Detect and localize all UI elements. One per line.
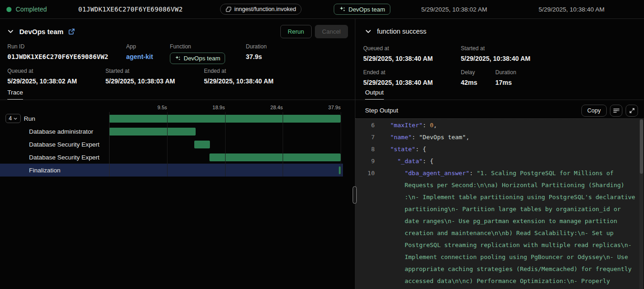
function-badge-top[interactable]: DevOps team bbox=[334, 4, 390, 15]
axis-gridline bbox=[341, 112, 341, 177]
step-title: function success bbox=[377, 28, 426, 35]
step-delay-label: Delay bbox=[461, 69, 477, 76]
code-lines: 6"maxIter": 0,7"name": "DevOps team",8"s… bbox=[355, 119, 639, 289]
external-link-icon[interactable] bbox=[68, 28, 75, 35]
trace-span-bar[interactable] bbox=[209, 153, 341, 161]
axis-gridline bbox=[283, 112, 283, 177]
step-output-code-viewer[interactable]: 6"maxIter": 0,7"name": "DevOps team",8"s… bbox=[355, 118, 644, 289]
trace-row[interactable]: Finalization bbox=[0, 164, 343, 177]
run-metadata-row-1: Run ID 01JWDK1XE6C270F6YE69086VW2 App ag… bbox=[0, 43, 355, 65]
copy-button[interactable]: Copy bbox=[581, 105, 607, 117]
step-details-panel: function success Queued at 5/29/2025, 10… bbox=[355, 19, 644, 289]
status-dot-icon bbox=[6, 7, 12, 12]
collapse-step-chevron-icon[interactable] bbox=[365, 28, 371, 35]
trace-row-label: Run bbox=[24, 115, 35, 122]
collapse-run-chevron-icon[interactable] bbox=[7, 28, 14, 35]
code-line: 6"maxIter": 0, bbox=[355, 119, 639, 131]
code-token: accessed data\n\nc) Performance Optimiza… bbox=[405, 277, 610, 284]
step-metadata-row-1: Queued at 5/29/2025, 10:38:40 AM Started… bbox=[355, 45, 644, 66]
step-duration-value: 17ms bbox=[495, 79, 512, 86]
line-number: 8 bbox=[355, 143, 375, 155]
line-number bbox=[355, 251, 375, 263]
panel-resize-handle[interactable] bbox=[353, 186, 357, 204]
code-token: { bbox=[423, 146, 426, 153]
code-token: "_data" bbox=[397, 158, 423, 165]
trace-row[interactable]: Database Security Expert bbox=[0, 151, 343, 164]
code-token: : bbox=[423, 158, 430, 165]
step-started-at-value: 5/29/2025, 10:38:40 AM bbox=[461, 55, 530, 62]
code-token: appropriate caching strategies (Redis/Me… bbox=[405, 265, 632, 272]
trace-span-bar[interactable] bbox=[109, 128, 196, 136]
code-token: PostgreSQL streaming replication with mu… bbox=[405, 242, 632, 248]
run-status: Completed bbox=[6, 0, 47, 18]
cancel-button[interactable]: Cancel bbox=[315, 25, 348, 38]
run-title: DevOps team bbox=[19, 28, 64, 35]
started-at-label: Started at bbox=[105, 68, 175, 74]
tab-trace[interactable]: Trace bbox=[7, 89, 23, 100]
code-token: partitioning\n- Partition large tables b… bbox=[405, 206, 621, 212]
queued-timestamp-top: 5/29/2025, 10:38:02 AM bbox=[421, 0, 487, 18]
code-scrollbar-thumb[interactable] bbox=[640, 119, 643, 174]
code-token: Requests per Second:\n\na) Horizontal Pa… bbox=[405, 182, 624, 189]
line-number bbox=[355, 239, 375, 251]
rerun-button[interactable]: Rerun bbox=[280, 25, 311, 38]
line-number: 6 bbox=[355, 119, 375, 131]
step-count-dropdown[interactable]: 4 bbox=[6, 114, 21, 123]
code-token: creation and maintenance\n\nb) Read Scal… bbox=[405, 230, 614, 236]
code-token: , bbox=[434, 122, 437, 129]
trace-span-bar[interactable] bbox=[194, 141, 210, 148]
tabs-divider-right bbox=[355, 100, 644, 100]
run-details-panel: DevOps team Rerun Cancel Run ID 01JWDK1X… bbox=[0, 19, 355, 289]
trace-time-axis: 9.5s18.9s28.4s37.9s bbox=[109, 105, 341, 112]
chevron-down-icon bbox=[13, 117, 17, 121]
code-line: date ranges\n- Use pg_partman extension … bbox=[355, 215, 639, 227]
event-icon bbox=[226, 6, 232, 12]
line-number bbox=[355, 275, 375, 287]
code-line: appropriate caching strategies (Redis/Me… bbox=[355, 263, 639, 275]
code-line: 8"state": { bbox=[355, 143, 639, 155]
step-output-title: Step Output bbox=[365, 107, 398, 114]
step-count: 4 bbox=[9, 115, 12, 122]
trace-row-label: Database administrator bbox=[29, 128, 93, 135]
line-number bbox=[355, 263, 375, 275]
code-token: "DevOps team" bbox=[419, 134, 466, 141]
code-line: creation and maintenance\n\nb) Read Scal… bbox=[355, 227, 639, 239]
ended-timestamp-top: 5/29/2025, 10:38:40 AM bbox=[539, 0, 604, 18]
app-link[interactable]: agent-kit bbox=[126, 53, 153, 60]
code-token: "1. Scaling PostgreSQL for Millions of bbox=[477, 170, 614, 177]
code-line: 10"dba_agent_answer": "1. Scaling Postgr… bbox=[355, 167, 639, 179]
line-number bbox=[355, 215, 375, 227]
app-label: App bbox=[126, 43, 153, 50]
ended-at-label: Ended at bbox=[204, 68, 273, 74]
queued-at-value: 5/29/2025, 10:38:02 AM bbox=[7, 77, 77, 85]
tab-output[interactable]: Output bbox=[365, 89, 384, 100]
trace-row[interactable]: Database administrator bbox=[0, 125, 343, 138]
code-line: 9"_data": { bbox=[355, 155, 639, 167]
event-badge[interactable]: inngest/function.invoked bbox=[220, 4, 302, 15]
trace-label-divider bbox=[109, 112, 110, 177]
code-token: "dba_agent_answer" bbox=[405, 170, 470, 177]
trace-row[interactable]: 4Run bbox=[0, 112, 343, 125]
sparkle-icon bbox=[339, 6, 346, 12]
function-badge-top-label: DevOps team bbox=[348, 6, 385, 13]
code-line: PostgreSQL streaming replication with mu… bbox=[355, 239, 639, 251]
line-number bbox=[355, 191, 375, 203]
code-token: date ranges\n- Use pg_partman extension … bbox=[405, 218, 617, 224]
code-token: "name" bbox=[390, 134, 412, 141]
axis-gridline bbox=[225, 112, 226, 177]
step-queued-at-label: Queued at bbox=[363, 45, 433, 52]
expand-fullscreen-icon[interactable] bbox=[626, 105, 638, 117]
trace-row-label: Finalization bbox=[29, 167, 60, 174]
duration-value: 37.9s bbox=[246, 53, 262, 60]
axis-tick-label: 37.9s bbox=[328, 105, 341, 110]
code-scrollbar[interactable] bbox=[639, 119, 644, 289]
word-wrap-icon[interactable] bbox=[610, 105, 622, 117]
axis-tick-label: 9.5s bbox=[157, 105, 167, 110]
function-badge[interactable]: DevOps team bbox=[170, 53, 225, 64]
code-line: Implement connection pooling using PgBou… bbox=[355, 251, 639, 263]
trace-row[interactable]: Database Security Expert bbox=[0, 138, 343, 151]
run-id-value: 01JWDK1XE6C270F6YE69086VW2 bbox=[7, 53, 108, 60]
code-token: , bbox=[466, 134, 470, 141]
trace-row-label: Database Security Expert bbox=[29, 141, 99, 148]
step-started-at-label: Started at bbox=[461, 45, 530, 52]
